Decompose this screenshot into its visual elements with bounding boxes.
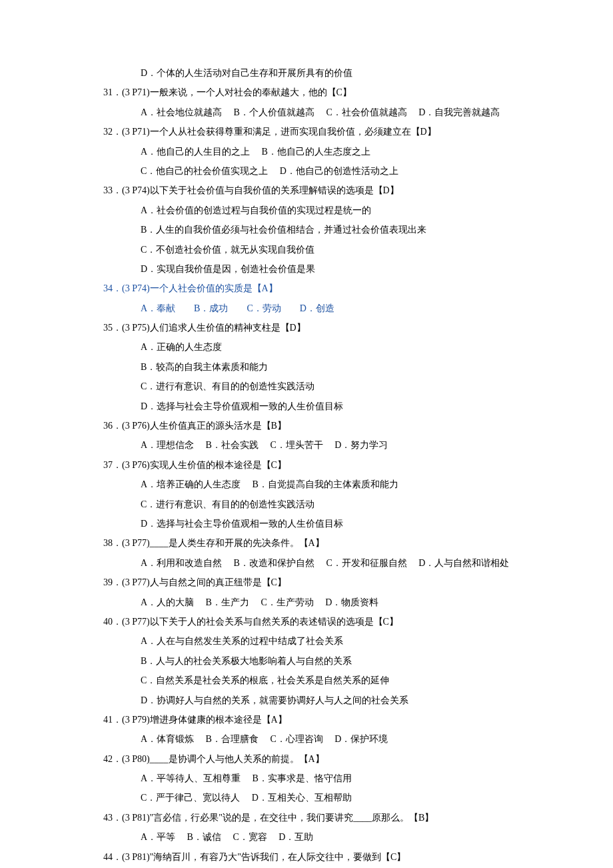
question-options: D．实现自我价值是因，创造社会价值是果 bbox=[141, 259, 530, 279]
question-options: B．人与人的社会关系极大地影响着人与自然的关系 bbox=[141, 651, 530, 671]
question-options: A．正确的人生态度 bbox=[141, 337, 530, 357]
question: 41．(3 P79)增进身体健康的根本途径是【A】A．体育锻炼 B．合理膳食 C… bbox=[103, 710, 530, 749]
question-options: A．他自己的人生目的之上 B．他自己的人生态度之上 bbox=[141, 142, 530, 161]
question-stem: 31．(3 P71)一般来说，一个人对社会的奉献越大，他的【C】 bbox=[103, 83, 530, 102]
question-stem: 35．(3 P75)人们追求人生价值的精神支柱是【D】 bbox=[103, 318, 530, 337]
question-stem: 40．(3 P77)以下关于人的社会关系与自然关系的表述错误的选项是【C】 bbox=[103, 612, 530, 631]
question: 43．(3 P81)"言必信，行必果"说的是，在交往中，我们要讲究____原那么… bbox=[103, 808, 530, 847]
question-options: C．进行有意识、有目的的创造性实践活动 bbox=[141, 377, 530, 396]
question: 39．(3 P77)人与自然之间的真正纽带是【C】A．人的大脑 B．生产力 C．… bbox=[103, 573, 530, 612]
question-options: A．平等待人、互相尊重 B．实事求是、恪守信用 bbox=[141, 769, 530, 788]
question-stem: 34．(3 P74)一个人社会价值的实质是【A】 bbox=[103, 279, 530, 298]
question: 37．(3 P76)实现人生价值的根本途径是【C】A．培养正确的人生态度 B．自… bbox=[103, 455, 530, 534]
question: 44．(3 P81)"海纳百川，有容乃大"告诉我们，在人际交往中，要做到【C】A… bbox=[103, 847, 530, 868]
question-stem: 39．(3 P77)人与自然之间的真正纽带是【C】 bbox=[103, 573, 530, 592]
question-stem: 42．(3 P80)____是协调个人与他人关系的前提。【A】 bbox=[103, 749, 530, 769]
question-options: A．奉献 B．成功 C．劳动 D．创造 bbox=[141, 299, 530, 318]
question-stem: 41．(3 P79)增进身体健康的根本途径是【A】 bbox=[103, 710, 530, 729]
question-options: A．理想信念 B．社会实践 C．埋头苦干 D．努力学习 bbox=[141, 435, 530, 455]
questions-container: 31．(3 P71)一般来说，一个人对社会的奉献越大，他的【C】A．社会地位就越… bbox=[103, 83, 530, 868]
question-stem: 33．(3 P74)以下关于社会价值与自我价值的关系理解错误的选项是【D】 bbox=[103, 181, 530, 200]
question-options: B．较高的自我主体素质和能力 bbox=[141, 357, 530, 377]
question: 36．(3 P76)人生价值真正的源头活水是【B】A．理想信念 B．社会实践 C… bbox=[103, 416, 530, 455]
question: 42．(3 P80)____是协调个人与他人关系的前提。【A】A．平等待人、互相… bbox=[103, 749, 530, 808]
orphan-option-d: D．个体的人生活动对自己生存和开展所具有的价值 bbox=[141, 63, 530, 83]
question-options: B．人生的自我价值必须与社会价值相结合，并通过社会价值表现出来 bbox=[141, 220, 530, 239]
question-options: A．社会价值的创造过程与自我价值的实现过程是统一的 bbox=[141, 201, 530, 220]
question-options: A．人的大脑 B．生产力 C．生产劳动 D．物质资料 bbox=[141, 593, 530, 612]
question-options: C．严于律己、宽以待人 D．互相关心、互相帮助 bbox=[141, 788, 530, 807]
question-stem: 38．(3 P77)____是人类生存和开展的先决条件。【A】 bbox=[103, 533, 530, 553]
question-options: C．自然关系是社会关系的根底，社会关系是自然关系的延伸 bbox=[141, 671, 530, 690]
question-stem: 44．(3 P81)"海纳百川，有容乃大"告诉我们，在人际交往中，要做到【C】 bbox=[103, 847, 530, 867]
question-options: C．不创造社会价值，就无从实现自我价值 bbox=[141, 240, 530, 259]
question: 34．(3 P74)一个人社会价值的实质是【A】A．奉献 B．成功 C．劳动 D… bbox=[103, 279, 530, 318]
question: 40．(3 P77)以下关于人的社会关系与自然关系的表述错误的选项是【C】A．人… bbox=[103, 612, 530, 710]
question-options: A．人在与自然发生关系的过程中结成了社会关系 bbox=[141, 631, 530, 651]
question-stem: 37．(3 P76)实现人生价值的根本途径是【C】 bbox=[103, 455, 530, 475]
question-options: A．体育锻炼 B．合理膳食 C．心理咨询 D．保护环境 bbox=[141, 729, 530, 749]
question-stem: 43．(3 P81)"言必信，行必果"说的是，在交往中，我们要讲究____原那么… bbox=[103, 808, 530, 827]
question: 31．(3 P71)一般来说，一个人对社会的奉献越大，他的【C】A．社会地位就越… bbox=[103, 83, 530, 122]
question-options: D．选择与社会主导价值观相一致的人生价值目标 bbox=[141, 514, 530, 533]
question-options: A．利用和改造自然 B．改造和保护自然 C．开发和征服自然 D．人与自然和谐相处 bbox=[141, 553, 530, 573]
question-options: C．他自己的社会价值实现之上 D．他自己的创造性活动之上 bbox=[141, 161, 530, 181]
question: 32．(3 P71)一个人从社会获得尊重和满足，进而实现自我价值，必须建立在【D… bbox=[103, 122, 530, 181]
question: 33．(3 P74)以下关于社会价值与自我价值的关系理解错误的选项是【D】A．社… bbox=[103, 181, 530, 279]
document-page: D．个体的人生活动对自己生存和开展所具有的价值 31．(3 P71)一般来说，一… bbox=[0, 0, 613, 868]
question-options: A．平等 B．诚信 C．宽容 D．互助 bbox=[141, 827, 530, 847]
question-stem: 36．(3 P76)人生价值真正的源头活水是【B】 bbox=[103, 416, 530, 435]
question: 38．(3 P77)____是人类生存和开展的先决条件。【A】A．利用和改造自然… bbox=[103, 533, 530, 573]
question-options: C．进行有意识、有目的的创造性实践活动 bbox=[141, 495, 530, 514]
question-stem: 32．(3 P71)一个人从社会获得尊重和满足，进而实现自我价值，必须建立在【D… bbox=[103, 122, 530, 141]
question-options: A．培养正确的人生态度 B．自觉提高自我的主体素质和能力 bbox=[141, 475, 530, 494]
question-options: D．协调好人与自然的关系，就需要协调好人与人之间的社会关系 bbox=[141, 691, 530, 710]
question-options: A．社会地位就越高 B．个人价值就越高 C．社会价值就越高 D．自我完善就越高 bbox=[141, 103, 530, 122]
question-options: D．选择与社会主导价值观相一致的人生价值目标 bbox=[141, 397, 530, 416]
question: 35．(3 P75)人们追求人生价值的精神支柱是【D】A．正确的人生态度B．较高… bbox=[103, 318, 530, 416]
